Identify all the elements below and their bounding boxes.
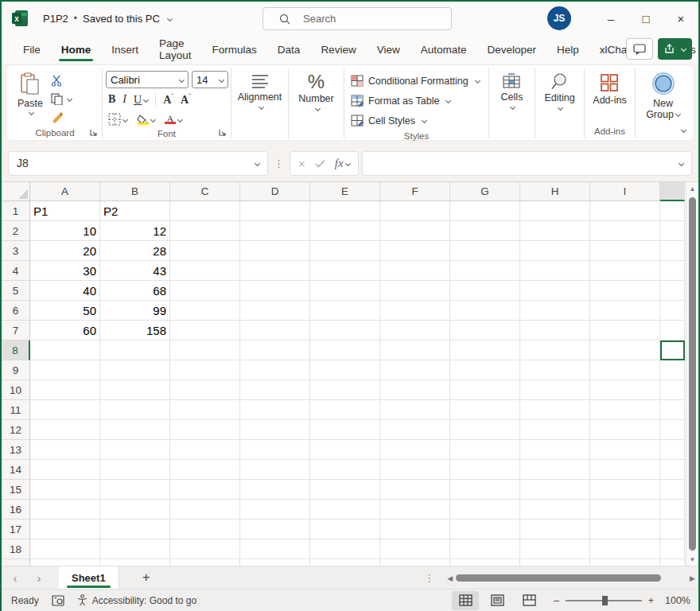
cell-C17[interactable] xyxy=(170,520,240,539)
new-group-button[interactable]: New Group xyxy=(644,70,683,120)
cell-B3[interactable]: 28 xyxy=(100,241,170,261)
cell-G13[interactable] xyxy=(450,440,520,460)
cell-C3[interactable] xyxy=(170,241,240,261)
cell-I11[interactable] xyxy=(590,400,660,420)
comments-button[interactable] xyxy=(626,38,653,60)
cell-G1[interactable] xyxy=(450,201,520,221)
cell-G17[interactable] xyxy=(450,520,520,539)
prev-sheet-button[interactable]: ‹ xyxy=(2,571,29,585)
cell-I4[interactable] xyxy=(590,261,660,281)
cell-E8[interactable] xyxy=(310,341,380,360)
normal-view-button[interactable] xyxy=(452,591,479,610)
cell-D4[interactable] xyxy=(240,261,310,281)
cell-I16[interactable] xyxy=(590,500,660,520)
cell-D6[interactable] xyxy=(240,301,310,321)
cell-D19[interactable] xyxy=(240,559,310,566)
cell-J18[interactable] xyxy=(660,539,685,559)
column-header-A[interactable]: A xyxy=(30,182,100,201)
cell-D3[interactable] xyxy=(240,241,310,261)
cell-C4[interactable] xyxy=(170,261,240,281)
cell-J19[interactable] xyxy=(660,559,685,566)
cell-J17[interactable] xyxy=(660,520,685,539)
row-header-1[interactable]: 1 xyxy=(2,201,30,221)
cell-C19[interactable] xyxy=(170,559,240,566)
insert-function-button[interactable]: fx xyxy=(335,157,350,170)
cell-B10[interactable] xyxy=(100,380,170,400)
cell-J9[interactable] xyxy=(660,360,685,380)
cell-D9[interactable] xyxy=(240,360,310,380)
macro-record-icon[interactable] xyxy=(52,595,64,606)
cell-I18[interactable] xyxy=(590,539,660,559)
scroll-down-icon[interactable]: ▼ xyxy=(686,553,698,566)
bold-button[interactable]: B xyxy=(108,93,115,106)
row-header-11[interactable]: 11 xyxy=(2,400,30,420)
avatar[interactable]: JS xyxy=(547,6,571,30)
cell-C7[interactable] xyxy=(170,321,240,341)
cell-B13[interactable] xyxy=(100,440,170,460)
cell-I9[interactable] xyxy=(590,360,660,380)
borders-button[interactable] xyxy=(108,113,127,126)
cell-F14[interactable] xyxy=(380,460,450,480)
cell-B19[interactable] xyxy=(100,559,170,566)
cell-C5[interactable] xyxy=(170,281,240,301)
cell-B11[interactable] xyxy=(100,400,170,420)
column-header-H[interactable]: H xyxy=(520,182,590,201)
row-header-15[interactable]: 15 xyxy=(2,480,30,500)
editing-button[interactable]: Editing xyxy=(541,70,578,110)
cell-B5[interactable]: 68 xyxy=(100,281,170,301)
cell-A10[interactable] xyxy=(30,380,100,400)
cell-A8[interactable] xyxy=(30,341,100,360)
cell-F3[interactable] xyxy=(380,241,450,261)
copy-button[interactable] xyxy=(51,91,72,106)
cell-H1[interactable] xyxy=(520,201,590,221)
cell-E12[interactable] xyxy=(310,420,380,440)
cell-H18[interactable] xyxy=(520,539,590,559)
row-header-17[interactable]: 17 xyxy=(2,520,30,539)
cell-B18[interactable] xyxy=(100,539,170,559)
column-header-E[interactable]: E xyxy=(310,182,380,201)
cell-H8[interactable] xyxy=(520,341,590,360)
cell-H6[interactable] xyxy=(520,301,590,321)
cell-H5[interactable] xyxy=(520,281,590,301)
cell-G7[interactable] xyxy=(450,321,520,341)
cell-C8[interactable] xyxy=(170,341,240,360)
row-header-7[interactable]: 7 xyxy=(2,321,30,341)
cell-E3[interactable] xyxy=(310,241,380,261)
row-header-4[interactable]: 4 xyxy=(2,261,30,281)
cell-E7[interactable] xyxy=(310,321,380,341)
cell-E9[interactable] xyxy=(310,360,380,380)
cell-F2[interactable] xyxy=(380,221,450,241)
cell-D2[interactable] xyxy=(240,221,310,241)
row-header-3[interactable]: 3 xyxy=(2,241,30,261)
cell-E1[interactable] xyxy=(310,201,380,221)
cell-F10[interactable] xyxy=(380,380,450,400)
cell-J1[interactable] xyxy=(660,201,685,221)
cut-button[interactable] xyxy=(51,73,72,88)
cell-B6[interactable]: 99 xyxy=(100,301,170,321)
cancel-formula-icon[interactable]: × xyxy=(298,157,305,170)
cell-B12[interactable] xyxy=(100,420,170,440)
cell-F13[interactable] xyxy=(380,440,450,460)
italic-button[interactable]: I xyxy=(122,93,126,106)
font-size-select[interactable]: 14 xyxy=(192,71,228,88)
cell-A2[interactable]: 10 xyxy=(30,221,100,241)
accessibility-status[interactable]: Accessibility: Good to go xyxy=(77,594,196,606)
cell-H9[interactable] xyxy=(520,360,590,380)
cell-F16[interactable] xyxy=(380,500,450,520)
cell-H3[interactable] xyxy=(520,241,590,261)
cell-J10[interactable] xyxy=(660,380,685,400)
cell-F9[interactable] xyxy=(380,360,450,380)
cell-C1[interactable] xyxy=(170,201,240,221)
cell-A18[interactable] xyxy=(30,539,100,559)
tab-formulas[interactable]: Formulas xyxy=(202,35,267,64)
underline-button[interactable]: U xyxy=(134,93,148,107)
cell-C11[interactable] xyxy=(170,400,240,420)
sheet-scroll-splitter[interactable]: ⋮ xyxy=(424,572,444,584)
row-header-14[interactable]: 14 xyxy=(2,460,30,480)
cell-E11[interactable] xyxy=(310,400,380,420)
column-header-D[interactable]: D xyxy=(240,182,310,201)
row-header-18[interactable]: 18 xyxy=(2,539,30,559)
cell-E2[interactable] xyxy=(310,221,380,241)
cell-F19[interactable] xyxy=(380,559,450,566)
cell-G6[interactable] xyxy=(450,301,520,321)
